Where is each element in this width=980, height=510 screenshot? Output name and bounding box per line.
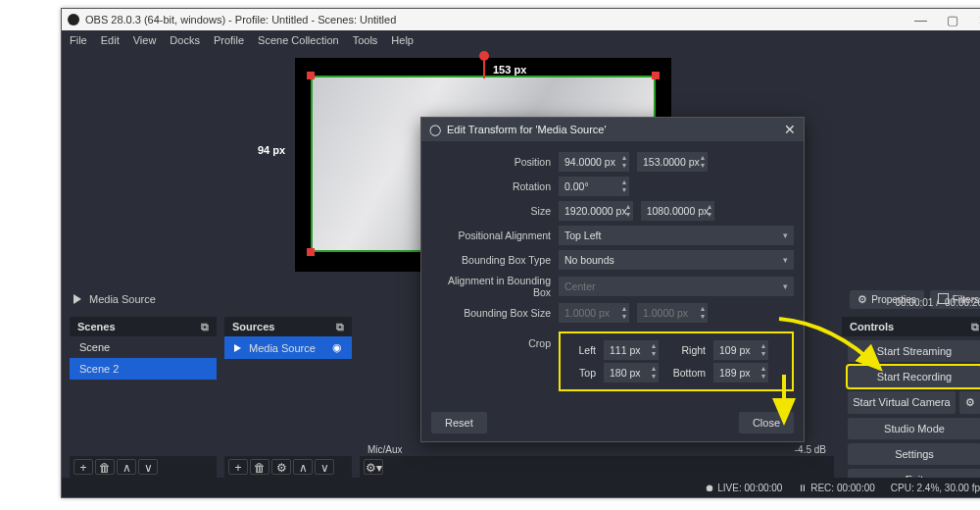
label-size: Size <box>431 205 551 217</box>
label-pos-align: Positional Alignment <box>431 230 551 241</box>
menu-help[interactable]: Help <box>391 34 414 46</box>
gear-icon <box>858 293 867 306</box>
popout-icon[interactable]: ⧉ <box>971 321 979 333</box>
mixer-footer: ⚙▾ <box>360 456 834 478</box>
sources-dock: Sources⧉ Media Source ◉ + 🗑 ⚙ ∧ ∨ <box>224 317 352 478</box>
label-crop-right: Right <box>666 344 706 356</box>
exit-button[interactable]: Exit <box>848 469 980 478</box>
label-crop-top: Top <box>566 367 596 379</box>
maximize-button[interactable]: ▢ <box>947 13 958 27</box>
source-label: Media Source <box>89 293 156 305</box>
left-px-label: 94 px <box>258 144 285 156</box>
label-crop-left: Left <box>566 344 596 356</box>
source-up-button[interactable]: ∧ <box>293 459 313 475</box>
label-rotation: Rotation <box>431 180 551 192</box>
edit-transform-dialog[interactable]: ◯ Edit Transform for 'Media Source' ✕ Po… <box>420 117 805 442</box>
media-time: 00:00:01 / -00:00:26 <box>895 297 980 308</box>
size-w-input[interactable]: 1920.0000 px▴▾ <box>559 201 633 221</box>
remove-scene-button[interactable]: 🗑 <box>95 459 115 475</box>
mixer-label: Mic/Aux <box>368 444 403 455</box>
status-cpu: CPU: 2.4%, 30.00 fps <box>891 483 980 493</box>
rotation-input[interactable]: 0.00°▴▾ <box>559 177 629 196</box>
position-x-input[interactable]: 94.0000 px▴▾ <box>559 152 629 172</box>
dialog-icon: ◯ <box>429 124 441 136</box>
studio-mode-button[interactable]: Studio Mode <box>848 418 980 439</box>
handle-bl[interactable] <box>307 248 315 256</box>
source-props-button[interactable]: ⚙ <box>271 459 291 475</box>
titlebar: OBS 28.0.3 (64-bit, windows) - Profile: … <box>62 9 980 30</box>
label-crop: Crop <box>431 328 551 349</box>
visibility-icon[interactable]: ◉ <box>332 341 342 354</box>
scene-item[interactable]: Scene 2 <box>70 358 217 380</box>
obs-window: OBS 28.0.3 (64-bit, windows) - Profile: … <box>61 8 980 498</box>
scenes-dock: Scenes⧉ Scene Scene 2 + 🗑 ∧ ∨ <box>70 317 217 478</box>
label-bb-size: Bounding Box Size <box>431 307 551 319</box>
scenes-title: Scenes <box>77 321 116 332</box>
minimize-button[interactable]: — <box>914 13 927 27</box>
crop-left-input[interactable]: 111 px▴▾ <box>604 340 659 360</box>
audio-mixer: Mic/Aux -4.5 dB <box>360 442 834 456</box>
label-align-bb: Alignment in Bounding Box <box>431 275 551 298</box>
settings-button[interactable]: Settings <box>848 443 980 465</box>
crop-top-input[interactable]: 180 px▴▾ <box>604 363 659 382</box>
bb-type-select[interactable]: No bounds▾ <box>559 250 794 270</box>
add-scene-button[interactable]: + <box>74 459 93 475</box>
reset-button[interactable]: Reset <box>431 412 487 434</box>
mixer-menu-button[interactable]: ⚙▾ <box>364 459 383 475</box>
popout-icon[interactable]: ⧉ <box>201 321 209 333</box>
start-recording-button[interactable]: Start Recording <box>848 366 980 387</box>
pos-align-select[interactable]: Top Left▾ <box>559 226 794 245</box>
label-crop-bottom: Bottom <box>666 367 706 379</box>
vcam-settings-button[interactable]: ⚙ <box>959 391 980 414</box>
close-button[interactable]: Close <box>739 412 794 434</box>
controls-title: Controls <box>850 321 894 332</box>
menu-view[interactable]: View <box>133 34 157 46</box>
dialog-title: Edit Transform for 'Media Source' <box>447 124 607 135</box>
bb-w-input: 1.0000 px▴▾ <box>559 303 629 323</box>
scene-down-button[interactable]: ∨ <box>138 459 158 475</box>
status-rec: ⏸ REC: 00:00:00 <box>798 483 874 493</box>
dialog-close-button[interactable]: ✕ <box>784 122 796 137</box>
mixer-db: -4.5 dB <box>795 444 826 455</box>
handle-tl[interactable] <box>307 72 315 79</box>
position-y-input[interactable]: 153.0000 px▴▾ <box>637 152 708 172</box>
label-position: Position <box>431 156 551 168</box>
add-source-button[interactable]: + <box>228 459 248 475</box>
controls-body: Start Streaming Start Recording Start Vi… <box>842 336 980 478</box>
size-h-input[interactable]: 1080.0000 px▴▾ <box>641 201 715 221</box>
crop-right-input[interactable]: 109 px▴▾ <box>713 340 768 360</box>
dialog-footer: Reset Close <box>431 412 794 434</box>
statusbar: ⏺ LIVE: 00:00:00 ⏸ REC: 00:00:00 CPU: 2.… <box>62 478 980 497</box>
menu-tools[interactable]: Tools <box>353 34 378 46</box>
play-icon[interactable] <box>74 294 81 304</box>
sources-list[interactable]: Media Source ◉ <box>224 336 352 456</box>
crop-bottom-input[interactable]: 189 px▴▾ <box>713 363 768 382</box>
top-marker[interactable] <box>483 55 485 78</box>
menu-scene-collection[interactable]: Scene Collection <box>258 34 339 46</box>
obs-icon <box>68 14 79 26</box>
remove-source-button[interactable]: 🗑 <box>250 459 270 475</box>
bb-h-input: 1.0000 px▴▾ <box>637 303 708 323</box>
scenes-list[interactable]: Scene Scene 2 <box>70 336 217 456</box>
dialog-body: Position 94.0000 px▴▾ 153.0000 px▴▾ Rota… <box>421 141 804 402</box>
label-bb-type: Bounding Box Type <box>431 254 551 266</box>
source-down-button[interactable]: ∨ <box>315 459 334 475</box>
scene-up-button[interactable]: ∧ <box>117 459 136 475</box>
start-virtual-cam-button[interactable]: Start Virtual Camera <box>848 391 956 414</box>
sources-title: Sources <box>232 321 274 332</box>
dialog-titlebar[interactable]: ◯ Edit Transform for 'Media Source' ✕ <box>421 118 804 141</box>
scene-item[interactable]: Scene <box>70 336 217 358</box>
menubar: File Edit View Docks Profile Scene Colle… <box>62 30 980 50</box>
menu-edit[interactable]: Edit <box>101 34 120 46</box>
sources-footer: + 🗑 ⚙ ∧ ∨ <box>224 456 352 478</box>
menu-profile[interactable]: Profile <box>214 34 244 46</box>
popout-icon[interactable]: ⧉ <box>336 321 344 333</box>
menu-file[interactable]: File <box>70 34 87 46</box>
menu-docks[interactable]: Docks <box>170 34 200 46</box>
top-px-label: 153 px <box>493 64 526 76</box>
controls-dock: Controls⧉ Start Streaming Start Recordin… <box>842 317 980 478</box>
start-streaming-button[interactable]: Start Streaming <box>848 340 980 362</box>
source-item[interactable]: Media Source ◉ <box>224 336 352 359</box>
handle-tr[interactable] <box>652 72 660 79</box>
scenes-footer: + 🗑 ∧ ∨ <box>70 456 217 478</box>
